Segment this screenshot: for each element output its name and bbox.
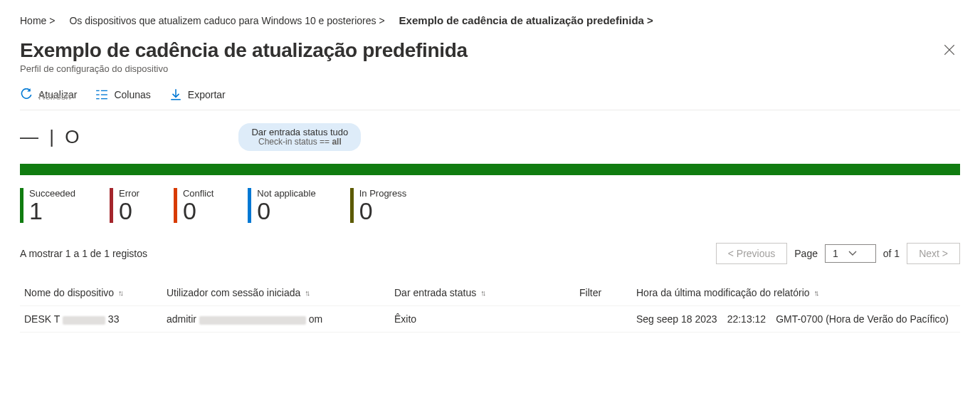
- stat-value-progress: 0: [359, 199, 406, 223]
- stat-bar-succeeded: [20, 188, 23, 223]
- redacted-device: [63, 316, 105, 325]
- chevron-down-icon: [848, 251, 857, 256]
- page-label: Page: [794, 248, 818, 259]
- results-showing-text: A mostrar 1 a 1 de 1 registos: [20, 248, 147, 259]
- filter-pill-checkin-status[interactable]: Dar entrada status tudo Check-in status …: [238, 123, 361, 151]
- stat-value-error: 0: [119, 199, 139, 223]
- sort-icon: ↑↓: [118, 288, 122, 297]
- breadcrumb-home[interactable]: Home >: [20, 15, 55, 26]
- page-title: Exemplo de cadência de atualização prede…: [20, 39, 468, 62]
- columns-icon: [95, 88, 108, 101]
- stat-bar-na: [248, 188, 251, 223]
- export-label: Exportar: [188, 89, 226, 100]
- cell-last-modified: Seg seep 18 2023 22:13:12 GMT-0700 (Hora…: [636, 313, 964, 325]
- th-device-name[interactable]: Nome do dispositivo ↑↓: [24, 287, 167, 298]
- th-filter[interactable]: Filter: [579, 287, 636, 298]
- breadcrumb: Home > Os dispositivos que atualizem cad…: [20, 14, 960, 26]
- th-user[interactable]: Utilizador com sessão iniciada ↑↓: [167, 287, 394, 298]
- pager: < Previous Page 1 of 1 Next >: [716, 243, 960, 264]
- th-checkin-status[interactable]: Dar entrada status ↑↓: [394, 287, 579, 298]
- status-progress-bar: [20, 164, 960, 175]
- filter-pill-top: Dar entrada status tudo: [251, 127, 348, 137]
- columns-button[interactable]: Colunas: [95, 88, 150, 101]
- stat-value-conflict: 0: [183, 199, 214, 223]
- breadcrumb-current[interactable]: Exemplo de cadência de atualização prede…: [399, 14, 653, 26]
- th-last-modified[interactable]: Hora da última modificação do relatório …: [636, 287, 964, 298]
- download-icon: [169, 88, 182, 101]
- stat-bar-conflict: [174, 188, 177, 223]
- stat-bar-progress: [350, 188, 354, 223]
- table-header-row: Nome do dispositivo ↑↓ Utilizador com se…: [20, 280, 960, 306]
- toolbar: Atualizar Refresh Colunas Exportar: [20, 88, 960, 110]
- search-collapsed-glyph[interactable]: — | O: [20, 126, 82, 148]
- filter-pill-bottom: Check-in status == all: [251, 137, 348, 147]
- page-subtitle: Perfil de configuração do dispositivo: [20, 63, 468, 74]
- refresh-ghost-label: Refresh: [38, 91, 71, 102]
- page-value: 1: [833, 248, 838, 259]
- close-icon: [943, 43, 956, 56]
- breadcrumb-devices[interactable]: Os dispositivos que atualizem caduco par…: [69, 15, 384, 26]
- sort-icon: ↑↓: [480, 288, 484, 297]
- close-button[interactable]: [939, 39, 960, 63]
- of-label: of 1: [883, 248, 900, 259]
- sort-icon: ↑↓: [305, 288, 308, 297]
- stat-succeeded[interactable]: Succeeded 1: [20, 188, 75, 223]
- stats-row: Succeeded 1 Error 0 Conflict 0 Not appli…: [20, 188, 960, 223]
- stat-value-na: 0: [257, 199, 315, 223]
- stat-error[interactable]: Error 0: [110, 188, 139, 223]
- stat-conflict[interactable]: Conflict 0: [174, 188, 214, 223]
- stat-not-applicable[interactable]: Not applicable 0: [248, 188, 315, 223]
- stat-bar-error: [110, 188, 113, 223]
- refresh-button[interactable]: Atualizar Refresh: [20, 88, 77, 101]
- cell-device-name: DESK T 33: [24, 313, 167, 325]
- stat-in-progress[interactable]: In Progress 0: [350, 188, 406, 223]
- table-row[interactable]: DESK T 33 admitir om Êxito Seg seep 18 2…: [20, 306, 960, 333]
- redacted-user: [199, 316, 306, 325]
- refresh-icon: [20, 88, 33, 101]
- cell-status: Êxito: [394, 313, 579, 325]
- columns-label: Colunas: [114, 89, 150, 100]
- sort-icon: ↑↓: [814, 288, 818, 297]
- previous-button[interactable]: < Previous: [716, 243, 788, 264]
- cell-user: admitir om: [167, 313, 394, 325]
- stat-value-succeeded: 1: [29, 199, 75, 223]
- filter-row: — | O Dar entrada status tudo Check-in s…: [20, 123, 960, 151]
- next-button[interactable]: Next >: [907, 243, 960, 264]
- page-select[interactable]: 1: [825, 244, 876, 263]
- export-button[interactable]: Exportar: [169, 88, 226, 101]
- results-table: Nome do dispositivo ↑↓ Utilizador com se…: [20, 280, 960, 333]
